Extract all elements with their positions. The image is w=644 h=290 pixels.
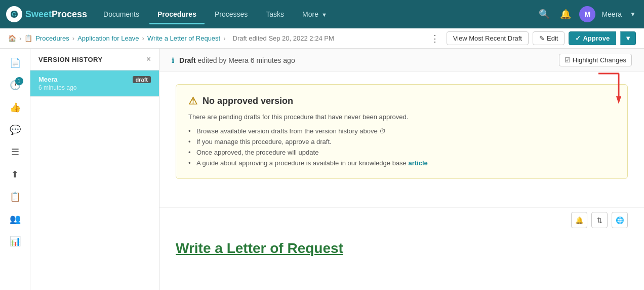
info-icon: ℹ [172, 56, 174, 64]
breadcrumb-procedures[interactable]: Procedures [35, 34, 69, 42]
draft-info-text: ℹ Draft edited by Meera 6 minutes ago [172, 56, 295, 64]
sidebar-icon-comment[interactable]: 💬 [5, 120, 25, 140]
sidebar-icon-thumb[interactable]: 👍 [5, 97, 25, 118]
checkmark-icon: ✓ [575, 34, 581, 42]
clock-icon: ⏱ [379, 127, 386, 135]
nav-item-tasks[interactable]: Tasks [258, 6, 292, 22]
more-dropdown-arrow: ▼ [321, 12, 327, 18]
main-layout: 📄 🕐 1 👍 💬 ☰ ⬆ 📋 👥 📊 VERSION HISTORY × Me… [0, 49, 644, 290]
breadcrumb-more-options[interactable]: ⋮ [427, 32, 442, 45]
breadcrumb-sep-3: › [142, 34, 144, 42]
version-user: Meera [38, 76, 58, 83]
nav-icons: 🔍 🔔 M Meera ▼ [537, 6, 638, 22]
bottom-actions: 🔔 ⇅ 🌐 [159, 207, 644, 232]
content-area: ℹ Draft edited by Meera 6 minutes ago ☑ … [159, 49, 644, 290]
sidebar-badge: 1 [15, 77, 23, 85]
warning-title: ⚠ No approved version [188, 95, 615, 107]
breadcrumb-write-letter[interactable]: Write a Letter of Request [147, 34, 220, 42]
warning-box: ⚠ No approved version There are pending … [176, 84, 628, 179]
view-most-recent-draft-button[interactable]: View Most Recent Draft [447, 31, 529, 45]
nav-item-procedures[interactable]: Procedures [149, 6, 205, 22]
breadcrumb-sep-2: › [72, 34, 74, 42]
sort-icon-button[interactable]: ⇅ [591, 212, 608, 228]
nav-item-processes[interactable]: Processes [207, 6, 256, 22]
nav-item-documents[interactable]: Documents [95, 6, 147, 22]
warning-bullet-3: Once approved, the procedure will update [188, 147, 615, 158]
sidebar-icon-page[interactable]: 📄 [5, 53, 25, 73]
document-title: Write a Letter of Request [159, 232, 644, 261]
globe-icon-button[interactable]: 🌐 [612, 212, 628, 228]
sidebar-icon-team[interactable]: 👥 [5, 209, 25, 229]
sidebar-icon-list[interactable]: ☰ [5, 142, 25, 162]
warning-bullet-2: If you manage this procedure, approve a … [188, 136, 615, 147]
logo-icon [6, 6, 22, 22]
edit-button[interactable]: ✎ Edit [533, 31, 565, 45]
version-draft-badge: draft [133, 76, 151, 83]
left-sidebar: 📄 🕐 1 👍 💬 ☰ ⬆ 📋 👥 📊 [0, 49, 30, 290]
content-body: ⚠ No approved version There are pending … [159, 72, 644, 207]
warning-bullet-4: A guide about approving a procedure is a… [188, 158, 615, 168]
sidebar-icon-copy[interactable]: 📋 [5, 187, 25, 207]
top-navigation: SweetProcess Documents Procedures Proces… [0, 0, 644, 28]
user-name[interactable]: Meera [601, 10, 622, 18]
user-dropdown-arrow[interactable]: ▼ [628, 9, 638, 20]
approve-button[interactable]: ✓ Approve [569, 31, 616, 45]
sidebar-icon-chart[interactable]: 📊 [5, 231, 25, 251]
sidebar-icon-upload[interactable]: ⬆ [5, 164, 25, 185]
version-item-header: Meera draft [38, 76, 151, 83]
warning-description: There are pending drafts for this proced… [188, 113, 615, 121]
breadcrumb-bar: 🏠 › 📋 Procedures › Application for Leave… [0, 28, 644, 49]
highlight-changes-button[interactable]: ☑ Highlight Changes [559, 54, 632, 66]
svg-point-0 [13, 13, 16, 16]
checkbox-icon: ☑ [565, 56, 571, 64]
sidebar-icon-clock[interactable]: 🕐 1 [5, 75, 25, 95]
breadcrumb-application-for-leave[interactable]: Application for Leave [77, 34, 139, 42]
breadcrumb-sep-4: › [223, 34, 225, 42]
logo-text: SweetProcess [25, 9, 87, 20]
warning-icon: ⚠ [188, 95, 197, 107]
warning-bullet-1: Browse available version drafts from the… [188, 126, 615, 136]
version-history-header: VERSION HISTORY × [30, 49, 159, 70]
logo[interactable]: SweetProcess [6, 6, 87, 22]
warning-bullet-1-text: Browse available version drafts from the… [196, 127, 378, 135]
breadcrumb-draft-info: Draft edited Sep 20, 2022 2:24 PM [233, 34, 334, 42]
version-history-panel: VERSION HISTORY × Meera draft 6 minutes … [30, 49, 159, 290]
breadcrumb-sep-1: › [19, 34, 21, 42]
knowledge-base-article-link[interactable]: article [408, 159, 427, 167]
breadcrumb-home[interactable]: 🏠 [8, 34, 16, 42]
warning-list: Browse available version drafts from the… [188, 126, 615, 168]
version-history-close[interactable]: × [146, 55, 151, 64]
approve-dropdown-button[interactable]: ▼ [620, 31, 636, 45]
version-history-title: VERSION HISTORY [38, 56, 103, 63]
nav-item-more[interactable]: More ▼ [294, 6, 335, 22]
edit-icon: ✎ [539, 34, 545, 42]
notifications-button[interactable]: 🔔 [558, 7, 573, 22]
bell-icon-button[interactable]: 🔔 [571, 212, 587, 228]
breadcrumb-actions: ⋮ View Most Recent Draft ✎ Edit ✓ Approv… [427, 31, 636, 45]
version-time: 6 minutes ago [38, 84, 151, 91]
search-button[interactable]: 🔍 [537, 7, 552, 22]
breadcrumb-procedures-icon: 📋 [24, 34, 32, 42]
version-history-item[interactable]: Meera draft 6 minutes ago [30, 70, 159, 97]
draft-info-bar: ℹ Draft edited by Meera 6 minutes ago ☑ … [159, 49, 644, 72]
user-avatar: M [579, 6, 595, 22]
